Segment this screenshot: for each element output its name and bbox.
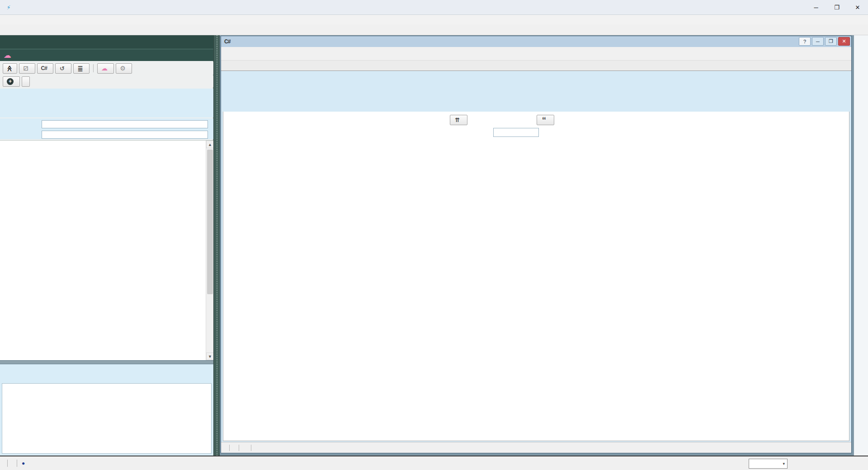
child-help-button[interactable]: ? [799, 37, 811, 46]
separator [93, 64, 94, 72]
strategy-toolbar [221, 47, 851, 61]
strategy-tree [0, 141, 204, 360]
separator [7, 460, 8, 467]
application-window: ─ ❐ ✕ ≪ + [0, 0, 868, 470]
close-button[interactable]: ✕ [847, 0, 868, 15]
csharp-icon: C# [224, 38, 230, 45]
mdi-area: C# ? ─ ❐ ✕ [220, 35, 854, 456]
chevron-down-icon: ▾ [783, 461, 785, 466]
scorecard-status-icon: ● [22, 460, 25, 466]
market-select[interactable]: ▾ [749, 459, 788, 469]
rotation-icon [59, 66, 65, 71]
app-logo-icon [4, 2, 14, 12]
sidebar-hint-text [0, 89, 213, 118]
child-close-button[interactable]: ✕ [838, 37, 850, 46]
app-toolbar [0, 24, 868, 35]
sidebar-filters [0, 118, 213, 139]
child-maximize-button[interactable]: ❐ [825, 37, 837, 46]
minimize-button[interactable]: ─ [806, 0, 826, 15]
new-stack-button[interactable] [73, 63, 90, 74]
gear-icon [120, 66, 126, 71]
source-filter-input[interactable] [42, 131, 208, 139]
strategy-description [2, 383, 212, 454]
open-strategy-button[interactable] [97, 63, 114, 74]
maximize-button[interactable]: ❐ [826, 0, 847, 15]
strategy-child-window: C# ? ─ ❐ ✕ [221, 36, 852, 453]
collapse-icon: ≪ [6, 65, 13, 71]
strategy-status-bar [221, 442, 851, 453]
strategies-sidebar: ≪ + [0, 35, 213, 456]
strategy-tree-container: ▲ ▼ [0, 140, 213, 360]
separator [17, 460, 17, 467]
new-building-block-button[interactable] [19, 63, 35, 74]
move-to-top-icon [454, 117, 460, 123]
visualizer-tabs-row1 [223, 90, 849, 101]
new-folder-button[interactable]: + [3, 76, 20, 87]
brain-icon [4, 51, 11, 60]
workspace: ≪ + [0, 35, 868, 456]
help-button[interactable] [22, 76, 30, 87]
sidebar-header [0, 49, 213, 61]
quotes-icon [541, 118, 547, 122]
brain-icon [101, 66, 108, 71]
optimize-button[interactable] [116, 63, 132, 74]
open-positions-to-top-button[interactable] [450, 115, 467, 125]
strategy-info-panel [0, 364, 213, 456]
blocks-icon [23, 66, 29, 71]
send-open-positions-to-quotes-button[interactable] [537, 115, 554, 125]
positions-panel [223, 112, 849, 441]
collapse-all-button[interactable]: ≪ [3, 63, 17, 74]
scroll-down-icon[interactable]: ▼ [206, 352, 213, 360]
vertical-splitter[interactable] [213, 35, 220, 456]
scroll-up-icon[interactable]: ▲ [206, 141, 213, 148]
new-csharp-button[interactable] [37, 63, 53, 74]
visualizer-tabs-row2 [223, 101, 849, 112]
name-filter-input[interactable] [42, 120, 208, 128]
sidebar-horizontal-splitter[interactable] [0, 360, 213, 364]
separator [239, 445, 239, 451]
child-minimize-button[interactable]: ─ [812, 37, 824, 46]
separator [229, 445, 230, 451]
tree-scrollbar[interactable]: ▲ ▼ [206, 141, 213, 360]
scrollbar-thumb[interactable] [207, 150, 213, 294]
menu-bar [0, 15, 868, 24]
stack-icon [77, 66, 83, 71]
plus-icon: + [7, 78, 14, 85]
clock-display [860, 456, 866, 470]
sidebar-icon-strip [0, 35, 213, 49]
sidebar-toolbar-row1: ≪ [0, 62, 213, 75]
drawing-tools-strip [854, 35, 868, 456]
backtest-results-panel [221, 71, 851, 443]
sidebar-toolbar-row2: + [0, 75, 213, 87]
separator [251, 445, 251, 451]
symbol-filter-input[interactable] [493, 128, 539, 137]
app-status-bar: ● ▾ [0, 456, 868, 470]
child-window-titlebar[interactable]: C# ? ─ ❐ ✕ [221, 36, 851, 47]
titlebar: ─ ❐ ✕ [0, 0, 868, 15]
strategy-tabs [221, 61, 851, 71]
csharp-icon [41, 66, 47, 71]
new-rotation-button[interactable] [55, 63, 71, 74]
